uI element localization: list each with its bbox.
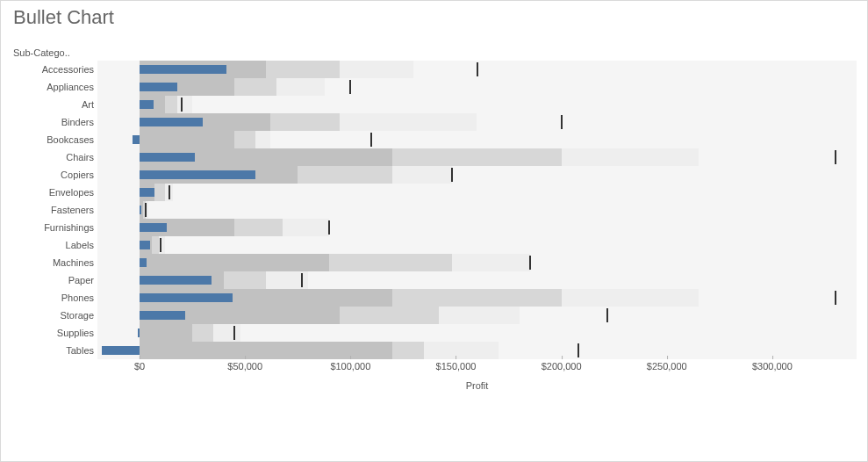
profit-bar bbox=[140, 188, 154, 197]
chart-row bbox=[97, 236, 857, 254]
chart-row bbox=[97, 324, 857, 342]
row-label: Paper bbox=[1, 271, 94, 289]
chart-row bbox=[97, 254, 857, 271]
x-axis-title: Profit bbox=[97, 380, 857, 391]
target-marker bbox=[349, 80, 351, 94]
target-marker bbox=[233, 326, 235, 340]
target-marker bbox=[301, 273, 303, 287]
chart-frame: Bullet Chart Sub-Catego.. AccessoriesApp… bbox=[0, 0, 868, 462]
x-tick: $250,000 bbox=[647, 361, 687, 372]
row-label: Machines bbox=[1, 254, 94, 271]
chart-row bbox=[97, 307, 857, 324]
chart-row bbox=[97, 166, 857, 184]
range-band bbox=[140, 324, 192, 342]
chart-row bbox=[97, 271, 857, 289]
target-marker bbox=[529, 256, 531, 270]
profit-bar bbox=[140, 258, 147, 267]
profit-bar bbox=[140, 223, 167, 232]
target-marker bbox=[160, 238, 161, 252]
target-marker bbox=[835, 150, 836, 164]
target-marker bbox=[370, 133, 372, 147]
row-label: Tables bbox=[1, 342, 94, 359]
row-header-label: Sub-Catego.. bbox=[13, 47, 70, 58]
row-label: Storage bbox=[1, 307, 94, 324]
row-labels: AccessoriesAppliancesArtBindersBookcases… bbox=[1, 61, 94, 359]
chart-row bbox=[97, 131, 857, 148]
chart-row bbox=[97, 96, 857, 113]
profit-bar bbox=[140, 206, 141, 214]
target-marker bbox=[181, 97, 183, 112]
x-axis: Profit $0$50,000$100,000$150,000$200,000… bbox=[97, 361, 857, 387]
profit-bar bbox=[138, 328, 140, 337]
target-marker bbox=[835, 291, 836, 305]
row-label: Art bbox=[1, 96, 94, 113]
x-tick: $150,000 bbox=[436, 361, 477, 372]
x-tick: $200,000 bbox=[542, 361, 582, 372]
page-title: Bullet Chart bbox=[13, 6, 114, 29]
x-tick: $0 bbox=[134, 361, 145, 372]
row-label: Bookcases bbox=[1, 131, 94, 148]
x-tick: $50,000 bbox=[227, 361, 262, 372]
x-tick: $300,000 bbox=[752, 361, 793, 372]
profit-bar bbox=[133, 135, 140, 144]
target-marker bbox=[328, 220, 330, 235]
row-label: Supplies bbox=[1, 324, 94, 342]
profit-bar bbox=[140, 100, 154, 109]
range-band bbox=[140, 342, 392, 359]
row-label: Appliances bbox=[1, 78, 94, 96]
profit-bar bbox=[140, 83, 177, 91]
target-marker bbox=[561, 115, 563, 129]
row-label: Chairs bbox=[1, 148, 94, 166]
profit-bar bbox=[140, 118, 203, 126]
row-label: Fasteners bbox=[1, 201, 94, 219]
target-marker bbox=[577, 343, 579, 357]
row-label: Accessories bbox=[1, 61, 94, 78]
chart-row bbox=[97, 289, 857, 307]
chart-row bbox=[97, 148, 857, 166]
x-tick: $100,000 bbox=[330, 361, 370, 372]
row-label: Labels bbox=[1, 236, 94, 254]
row-label: Phones bbox=[1, 289, 94, 307]
target-marker bbox=[169, 185, 170, 199]
profit-bar bbox=[140, 293, 233, 302]
profit-bar bbox=[140, 153, 194, 162]
profit-bar bbox=[140, 311, 185, 320]
target-marker bbox=[477, 62, 478, 76]
profit-bar bbox=[140, 65, 226, 74]
row-label: Envelopes bbox=[1, 184, 94, 201]
profit-bar bbox=[140, 276, 212, 285]
plot-area bbox=[97, 61, 857, 359]
target-marker bbox=[606, 308, 608, 322]
chart-row bbox=[97, 342, 857, 359]
range-band bbox=[140, 131, 234, 148]
chart-row bbox=[97, 219, 857, 236]
row-label: Furnishings bbox=[1, 219, 94, 236]
chart-row bbox=[97, 78, 857, 96]
profit-bar bbox=[140, 241, 150, 249]
profit-bar bbox=[140, 170, 255, 179]
target-marker bbox=[451, 168, 453, 182]
chart-row bbox=[97, 201, 857, 219]
range-band bbox=[140, 254, 329, 271]
row-label: Copiers bbox=[1, 166, 94, 184]
profit-bar bbox=[102, 346, 140, 355]
chart-row bbox=[97, 113, 857, 131]
chart-row bbox=[97, 61, 857, 78]
chart-row bbox=[97, 184, 857, 201]
target-marker bbox=[145, 203, 147, 217]
row-label: Binders bbox=[1, 113, 94, 131]
